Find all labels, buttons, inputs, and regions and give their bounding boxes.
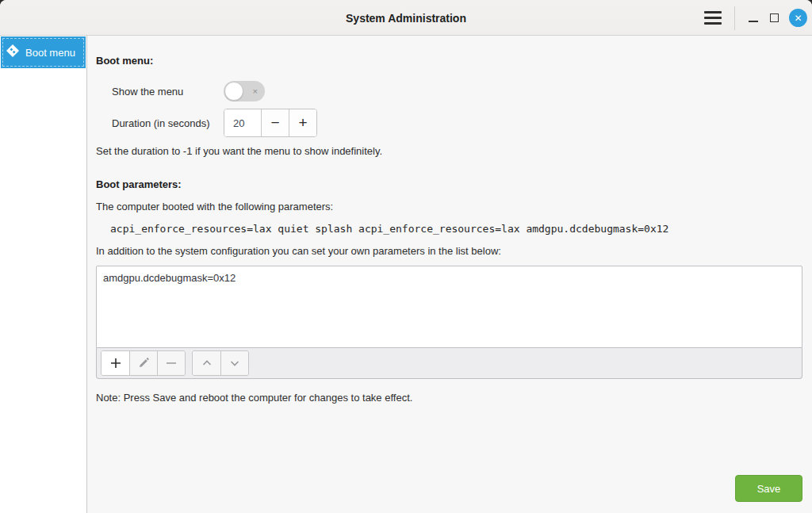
sidebar-item-label: Boot menu (25, 47, 75, 59)
show-menu-label: Show the menu (112, 86, 224, 98)
duration-hint: Set the duration to -1 if you want the m… (96, 145, 802, 158)
show-menu-row: Show the menu × (112, 81, 802, 101)
duration-increment-button[interactable]: + (289, 109, 316, 136)
move-up-button[interactable] (193, 351, 220, 375)
hamburger-icon (704, 22, 722, 25)
params-toolbar (96, 348, 802, 379)
hamburger-icon (704, 11, 722, 13)
remove-parameter-button[interactable] (157, 351, 185, 375)
titlebar: System Administration ✕ (0, 0, 812, 36)
hamburger-icon (704, 17, 722, 19)
chevron-down-icon (228, 357, 241, 369)
save-button[interactable]: Save (735, 475, 802, 502)
duration-decrement-button[interactable]: − (261, 109, 289, 136)
close-icon: ✕ (794, 13, 802, 24)
window-title: System Administration (0, 0, 812, 36)
window-content: Boot menu Boot menu: Show the menu × Dur… (0, 36, 812, 513)
maximize-button[interactable] (764, 6, 784, 30)
minimize-button[interactable] (743, 6, 764, 30)
system-administration-window: System Administration ✕ (0, 0, 812, 513)
edit-button-group (101, 350, 186, 376)
boot-menu-heading: Boot menu: (96, 55, 802, 67)
show-menu-toggle[interactable]: × (224, 81, 265, 101)
booted-params-value: acpi_enforce_resources=lax quiet splash … (96, 223, 802, 235)
close-button[interactable]: ✕ (789, 9, 807, 27)
duration-label: Duration (in seconds) (112, 117, 224, 129)
boot-menu-icon (6, 44, 20, 61)
add-parameter-button[interactable] (102, 351, 129, 375)
sidebar-item-boot-menu[interactable]: Boot menu (1, 36, 86, 68)
edit-parameter-button[interactable] (129, 351, 157, 375)
pencil-icon (137, 357, 150, 369)
move-down-button[interactable] (220, 351, 248, 375)
duration-row: Duration (in seconds) − + (112, 109, 802, 137)
minus-icon (165, 357, 178, 369)
titlebar-separator (734, 6, 735, 30)
reorder-button-group (192, 350, 249, 376)
plus-icon (109, 357, 122, 369)
minus-icon: − (270, 114, 279, 132)
custom-params-list[interactable]: amdgpu.dcdebugmask=0x12 (96, 266, 802, 348)
duration-input[interactable] (224, 109, 261, 136)
titlebar-controls: ✕ (699, 0, 807, 36)
minimize-icon (749, 21, 758, 22)
maximize-icon (770, 13, 779, 22)
main-panel: Boot menu: Show the menu × Duration (in … (87, 36, 812, 513)
booted-params-label: The computer booted with the following p… (96, 201, 802, 213)
duration-spinbox: − + (224, 109, 317, 137)
boot-parameters-heading: Boot parameters: (96, 178, 802, 191)
save-note: Note: Press Save and reboot the computer… (96, 392, 802, 404)
toggle-off-icon: × (253, 81, 258, 101)
list-item[interactable]: amdgpu.dcdebugmask=0x12 (103, 272, 795, 284)
sidebar: Boot menu (0, 36, 87, 513)
plus-icon: + (298, 114, 307, 132)
app-menu-button[interactable] (699, 6, 726, 31)
chevron-up-icon (201, 357, 213, 369)
toggle-knob (224, 82, 243, 101)
custom-params-label: In addition to the system configuration … (96, 245, 802, 258)
